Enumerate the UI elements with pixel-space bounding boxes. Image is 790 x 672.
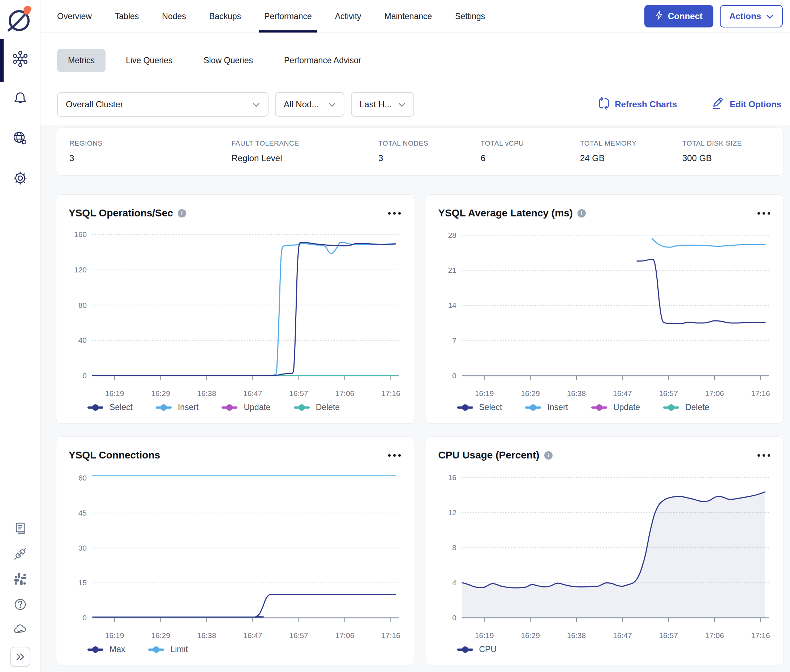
- chart-legend: MaxLimit: [69, 645, 402, 654]
- legend-label: Insert: [178, 403, 199, 412]
- chevron-down-icon: [328, 99, 336, 109]
- globe-settings-icon[interactable]: [12, 130, 29, 147]
- top-navigation: OverviewTablesNodesBackupsPerformanceAct…: [40, 0, 790, 33]
- cluster-network-icon[interactable]: [12, 51, 29, 67]
- stat-regions: REGIONS3: [69, 139, 231, 163]
- subtab-live-queries[interactable]: Live Queries: [115, 49, 183, 72]
- svg-text:17:06: 17:06: [705, 631, 724, 640]
- docs-book-icon[interactable]: [12, 520, 29, 537]
- chart-header: YSQL Operations/Seci: [69, 206, 402, 221]
- svg-text:0: 0: [452, 371, 457, 380]
- legend-marker: [221, 404, 237, 411]
- svg-text:21: 21: [448, 266, 456, 274]
- chart-legend: CPU: [438, 645, 771, 654]
- info-icon[interactable]: i: [544, 451, 553, 459]
- legend-marker: [457, 404, 473, 411]
- tab-backups[interactable]: Backups: [209, 0, 241, 32]
- settings-gear-icon[interactable]: [12, 170, 29, 186]
- svg-text:120: 120: [74, 266, 87, 274]
- svg-text:30: 30: [79, 544, 87, 552]
- legend-label: Max: [109, 645, 125, 654]
- svg-text:16:19: 16:19: [474, 631, 494, 640]
- tab-nodes[interactable]: Nodes: [162, 0, 186, 32]
- tab-performance[interactable]: Performance: [264, 0, 312, 32]
- legend-item-insert[interactable]: Insert: [156, 403, 199, 412]
- svg-text:40: 40: [79, 336, 87, 344]
- tab-tables[interactable]: Tables: [115, 0, 139, 32]
- svg-text:16:57: 16:57: [289, 389, 308, 397]
- legend-item-update[interactable]: Update: [221, 403, 270, 412]
- legend-label: Delete: [316, 403, 340, 412]
- time-range-select[interactable]: Last H...: [351, 92, 414, 117]
- svg-text:8: 8: [452, 543, 457, 552]
- stat-total-vcpu: TOTAL vCPU6: [481, 139, 580, 163]
- svg-text:16:29: 16:29: [521, 631, 540, 640]
- tab-settings[interactable]: Settings: [455, 0, 485, 32]
- svg-text:0: 0: [82, 613, 87, 622]
- sidebar-nav: [0, 51, 40, 186]
- legend-item-delete[interactable]: Delete: [663, 403, 709, 412]
- info-icon[interactable]: i: [577, 209, 586, 218]
- svg-text:16:57: 16:57: [659, 631, 678, 640]
- cluster-select[interactable]: Overall Cluster: [57, 92, 269, 117]
- info-icon[interactable]: i: [178, 209, 186, 218]
- chart-menu-ellipsis-icon[interactable]: [388, 452, 402, 459]
- edit-options-button[interactable]: Edit Options: [711, 97, 781, 112]
- slack-icon[interactable]: [12, 571, 29, 587]
- legend-item-delete[interactable]: Delete: [294, 403, 340, 412]
- sidebar: [0, 0, 40, 672]
- chart-legend: SelectInsertUpdateDelete: [438, 403, 771, 412]
- svg-text:17:16: 17:16: [381, 389, 401, 397]
- stat-total-disk-size: TOTAL DISK SIZE300 GB: [682, 139, 783, 163]
- legend-item-select[interactable]: Select: [457, 403, 502, 412]
- legend-item-max[interactable]: Max: [87, 645, 125, 654]
- integrations-plug-icon[interactable]: [12, 546, 29, 562]
- legend-marker: [663, 404, 679, 411]
- svg-text:16:47: 16:47: [243, 631, 262, 640]
- tab-maintenance[interactable]: Maintenance: [385, 0, 432, 32]
- stat-value: 3: [69, 153, 231, 163]
- svg-text:16:29: 16:29: [151, 389, 170, 397]
- chart-menu-ellipsis-icon[interactable]: [757, 452, 771, 459]
- chart-plot: 01530456016:1916:2916:3816:4716:5717:061…: [69, 465, 401, 644]
- legend-item-update[interactable]: Update: [591, 403, 640, 412]
- stat-total-memory: TOTAL MEMORY24 GB: [580, 139, 682, 163]
- chart-menu-ellipsis-icon[interactable]: [388, 210, 402, 217]
- svg-text:16:47: 16:47: [243, 389, 262, 397]
- chart-title: YSQL Connections: [69, 450, 160, 461]
- actions-label: Actions: [729, 11, 761, 21]
- refresh-charts-button[interactable]: Refresh Charts: [598, 97, 677, 112]
- expand-sidebar-icon[interactable]: [10, 647, 30, 667]
- legend-marker: [87, 646, 103, 653]
- subtab-slow-queries[interactable]: Slow Queries: [192, 49, 264, 72]
- cloud-icon[interactable]: [12, 621, 29, 638]
- chart-plot: 0714212816:1916:2916:3816:4716:5717:0617…: [438, 223, 771, 402]
- time-range-value: Last H...: [360, 99, 392, 109]
- main-content: OverviewTablesNodesBackupsPerformanceAct…: [40, 0, 790, 672]
- subtab-metrics[interactable]: Metrics: [57, 49, 106, 72]
- chart-menu-ellipsis-icon[interactable]: [757, 210, 771, 217]
- svg-text:17:16: 17:16: [381, 631, 401, 640]
- stat-value: Region Level: [231, 153, 378, 163]
- subtab-performance-advisor[interactable]: Performance Advisor: [273, 49, 372, 72]
- notifications-bell-icon[interactable]: [12, 90, 29, 107]
- metrics-content: REGIONS3FAULT TOLERANCERegion LevelTOTAL…: [40, 125, 790, 672]
- actions-button[interactable]: Actions: [720, 5, 783, 27]
- help-question-icon[interactable]: [12, 596, 29, 613]
- stat-label: REGIONS: [69, 139, 231, 147]
- legend-marker: [457, 646, 473, 653]
- chart-title: YSQL Operations/Sec: [69, 207, 173, 219]
- svg-text:16:47: 16:47: [613, 631, 632, 640]
- tab-overview[interactable]: Overview: [57, 0, 92, 32]
- legend-item-limit[interactable]: Limit: [148, 645, 188, 654]
- cluster-tabs: OverviewTablesNodesBackupsPerformanceAct…: [57, 0, 485, 32]
- tab-activity[interactable]: Activity: [335, 0, 361, 32]
- nodes-select[interactable]: All Nod...: [275, 92, 345, 117]
- legend-item-select[interactable]: Select: [87, 403, 133, 412]
- refresh-charts-label: Refresh Charts: [615, 99, 677, 109]
- chart-card-3: YSQL Connections01530456016:1916:2916:38…: [56, 437, 414, 666]
- stat-label: TOTAL MEMORY: [580, 139, 682, 147]
- legend-item-cpu[interactable]: CPU: [457, 645, 497, 654]
- legend-item-insert[interactable]: Insert: [525, 403, 568, 412]
- connect-button[interactable]: Connect: [644, 5, 713, 27]
